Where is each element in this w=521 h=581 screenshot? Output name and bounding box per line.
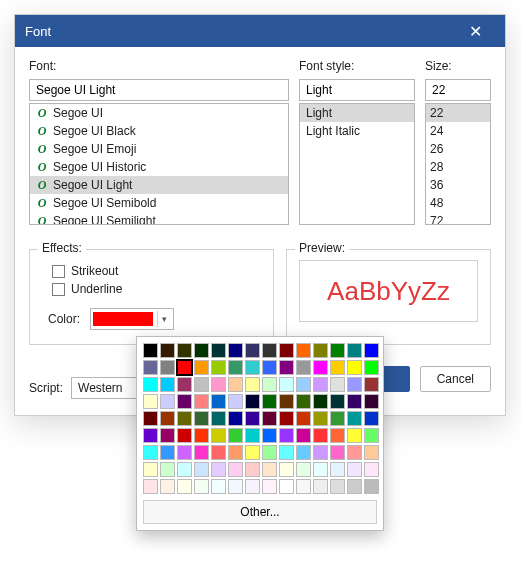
color-cell[interactable] (228, 377, 243, 392)
color-cell[interactable] (194, 377, 209, 392)
color-cell[interactable] (245, 428, 260, 443)
font-listbox[interactable]: OSegoe UIOSegoe UI BlackOSegoe UI EmojiO… (29, 103, 289, 225)
color-cell[interactable] (194, 428, 209, 443)
color-cell[interactable] (177, 343, 192, 358)
color-cell[interactable] (279, 377, 294, 392)
color-cell[interactable] (364, 343, 379, 358)
list-item[interactable]: 48 (426, 194, 490, 212)
list-item[interactable]: 36 (426, 176, 490, 194)
color-cell[interactable] (228, 360, 243, 375)
color-cell[interactable] (194, 445, 209, 460)
color-cell[interactable] (194, 360, 209, 375)
color-cell[interactable] (279, 445, 294, 460)
color-cell[interactable] (347, 360, 362, 375)
color-cell[interactable] (160, 462, 175, 477)
list-item[interactable]: 26 (426, 140, 490, 158)
cancel-button[interactable]: Cancel (420, 366, 491, 392)
list-item[interactable]: 24 (426, 122, 490, 140)
color-cell[interactable] (143, 377, 158, 392)
color-cell[interactable] (330, 394, 345, 409)
color-cell[interactable] (177, 445, 192, 460)
color-cell[interactable] (313, 462, 328, 477)
color-cell[interactable] (279, 411, 294, 426)
list-item[interactable]: 28 (426, 158, 490, 176)
list-item[interactable]: 72 (426, 212, 490, 225)
color-cell[interactable] (143, 394, 158, 409)
color-cell[interactable] (364, 445, 379, 460)
color-cell[interactable] (347, 343, 362, 358)
color-cell[interactable] (245, 360, 260, 375)
list-item[interactable]: OSegoe UI (30, 104, 288, 122)
list-item[interactable]: OSegoe UI Emoji (30, 140, 288, 158)
color-cell[interactable] (194, 343, 209, 358)
color-cell[interactable] (364, 428, 379, 443)
color-cell[interactable] (364, 394, 379, 409)
color-cell[interactable] (364, 462, 379, 477)
color-cell[interactable] (194, 462, 209, 477)
color-cell[interactable] (245, 462, 260, 477)
color-cell[interactable] (160, 377, 175, 392)
color-cell[interactable] (262, 428, 277, 443)
color-cell[interactable] (296, 411, 311, 426)
color-cell[interactable] (228, 428, 243, 443)
color-cell[interactable] (296, 394, 311, 409)
color-cell[interactable] (245, 411, 260, 426)
color-cell[interactable] (296, 377, 311, 392)
list-item[interactable]: OSegoe UI Historic (30, 158, 288, 176)
color-cell[interactable] (279, 462, 294, 477)
color-dropdown[interactable]: ▾ (90, 308, 174, 330)
color-cell[interactable] (160, 360, 175, 375)
color-cell[interactable] (194, 479, 209, 494)
other-color-button[interactable]: Other... (143, 500, 377, 524)
color-cell[interactable] (296, 462, 311, 477)
color-cell[interactable] (211, 445, 226, 460)
color-cell[interactable] (211, 377, 226, 392)
color-cell[interactable] (245, 479, 260, 494)
color-cell[interactable] (245, 445, 260, 460)
color-cell[interactable] (143, 462, 158, 477)
list-item[interactable]: 22 (426, 104, 490, 122)
color-cell[interactable] (228, 462, 243, 477)
color-cell[interactable] (330, 445, 345, 460)
color-cell[interactable] (364, 360, 379, 375)
color-cell[interactable] (279, 394, 294, 409)
color-cell[interactable] (313, 428, 328, 443)
close-button[interactable]: ✕ (455, 15, 495, 47)
color-cell[interactable] (143, 445, 158, 460)
font-input[interactable] (29, 79, 289, 101)
color-cell[interactable] (347, 428, 362, 443)
color-cell[interactable] (262, 479, 277, 494)
color-cell[interactable] (330, 428, 345, 443)
color-cell[interactable] (245, 343, 260, 358)
strikeout-checkbox[interactable]: Strikeout (52, 264, 261, 278)
color-cell[interactable] (296, 343, 311, 358)
style-input[interactable] (299, 79, 415, 101)
color-cell[interactable] (143, 479, 158, 494)
color-cell[interactable] (279, 479, 294, 494)
color-cell[interactable] (177, 360, 192, 375)
underline-checkbox[interactable]: Underline (52, 282, 261, 296)
color-cell[interactable] (143, 360, 158, 375)
color-cell[interactable] (347, 462, 362, 477)
color-cell[interactable] (245, 394, 260, 409)
color-cell[interactable] (177, 394, 192, 409)
color-cell[interactable] (330, 343, 345, 358)
color-cell[interactable] (313, 411, 328, 426)
color-cell[interactable] (194, 411, 209, 426)
color-cell[interactable] (296, 428, 311, 443)
color-cell[interactable] (262, 411, 277, 426)
color-cell[interactable] (364, 411, 379, 426)
color-cell[interactable] (364, 377, 379, 392)
color-cell[interactable] (279, 343, 294, 358)
color-cell[interactable] (143, 343, 158, 358)
color-cell[interactable] (194, 394, 209, 409)
color-cell[interactable] (211, 360, 226, 375)
color-cell[interactable] (160, 394, 175, 409)
color-cell[interactable] (313, 343, 328, 358)
list-item[interactable]: OSegoe UI Black (30, 122, 288, 140)
color-cell[interactable] (313, 360, 328, 375)
color-cell[interactable] (330, 462, 345, 477)
color-cell[interactable] (143, 411, 158, 426)
color-cell[interactable] (313, 377, 328, 392)
color-cell[interactable] (313, 394, 328, 409)
